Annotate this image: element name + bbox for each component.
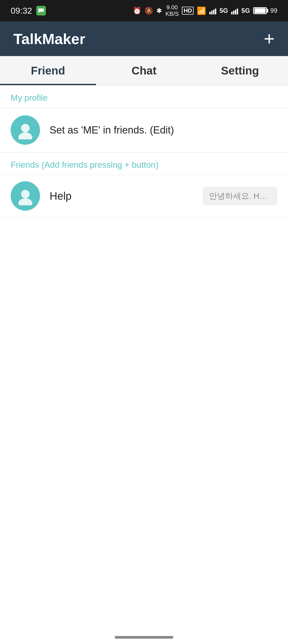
my-profile-avatar [11, 115, 40, 145]
battery-indicator [253, 7, 267, 14]
bluetooth-icon: ✱ [156, 7, 162, 15]
mute-icon: 🔕 [145, 7, 153, 15]
svg-point-2 [21, 124, 30, 132]
app-header: TalkMaker + [0, 21, 288, 56]
chat-notification-icon [36, 6, 46, 15]
network-5g-1: 5G [219, 7, 228, 14]
my-profile-name: Set as 'ME' in friends. (Edit) [50, 124, 277, 136]
add-button[interactable]: + [264, 29, 275, 48]
status-time: 09:32 [11, 6, 32, 16]
wifi-icon: 📶 [197, 6, 206, 15]
friends-section-header: Friends (Add friends pressing + button) [0, 152, 288, 175]
friend-row-help[interactable]: Help 안녕하세요. Hello [0, 175, 288, 217]
content-area: My profile Set as 'ME' in friends. (Edit… [0, 85, 288, 644]
tab-chat[interactable]: Chat [96, 56, 192, 85]
status-bar-right: ⏰ 🔕 ✱ 9.00KB/S HD 📶 5G 5G [133, 4, 277, 17]
status-bar-left: 09:32 [11, 6, 46, 16]
divider-4 [0, 217, 288, 217]
svg-point-3 [18, 132, 32, 139]
network-5g-2: 5G [241, 7, 250, 14]
alarm-icon: ⏰ [133, 7, 141, 15]
tab-bar: Friend Chat Setting [0, 56, 288, 85]
bottom-nav-indicator [115, 636, 173, 639]
battery-level: 99 [270, 7, 277, 14]
status-bar: 09:32 ⏰ 🔕 ✱ 9.00KB/S HD 📶 [0, 0, 288, 21]
hd-icon: HD [182, 7, 194, 15]
tab-setting[interactable]: Setting [192, 56, 288, 85]
svg-point-5 [18, 198, 32, 205]
friend-avatar-help [11, 181, 40, 211]
my-profile-section-header: My profile [0, 85, 288, 108]
signal-bars-2 [231, 7, 238, 14]
signal-bars-1 [209, 7, 216, 14]
friend-name-help: Help [50, 190, 193, 202]
tab-friend[interactable]: Friend [0, 56, 96, 85]
my-profile-row[interactable]: Set as 'ME' in friends. (Edit) [0, 108, 288, 152]
svg-point-4 [21, 190, 30, 198]
data-speed: 9.00KB/S [165, 4, 179, 17]
friend-last-message-help: 안녕하세요. Hello [203, 187, 277, 205]
app-title: TalkMaker [13, 30, 85, 48]
